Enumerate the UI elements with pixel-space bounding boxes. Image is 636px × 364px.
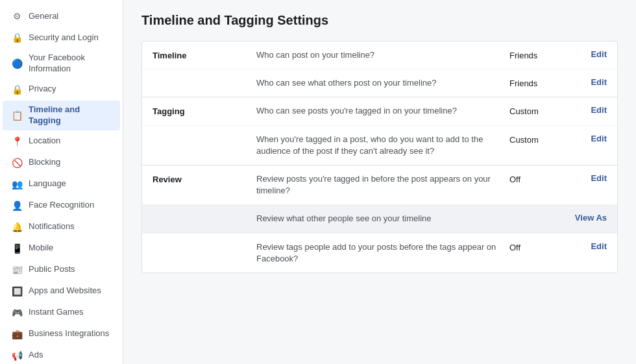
sidebar-item-general[interactable]: ⚙General — [3, 6, 120, 27]
row-action-tagged-posts-see: Edit — [568, 105, 607, 115]
main-content: Timeline and Tagging Settings TimelineWh… — [123, 0, 636, 364]
settings-section-tagging: TaggingWho can see posts you're tagged i… — [142, 97, 617, 165]
sidebar-label-location: Location — [29, 136, 60, 147]
sidebar-item-apps-websites[interactable]: 🔲Apps and Websites — [3, 281, 120, 302]
location-icon: 📍 — [10, 135, 23, 148]
apps-websites-icon: 🔲 — [10, 285, 23, 298]
section-label-tagging — [153, 134, 256, 135]
sidebar-item-business-integrations[interactable]: 💼Business Integrations — [3, 324, 120, 345]
sidebar-label-your-facebook: Your Facebook Information — [29, 53, 112, 75]
row-action-who-can-post: Edit — [568, 49, 607, 59]
timeline-tagging-icon: 📋 — [10, 109, 23, 122]
settings-row-review-what-others-see: Review what other people see on your tim… — [142, 205, 617, 233]
language-icon: 👥 — [10, 178, 23, 191]
sidebar-item-public-posts[interactable]: 📰Public Posts — [3, 260, 120, 280]
sidebar-label-security-login: Security and Login — [29, 32, 99, 43]
general-icon: ⚙ — [10, 10, 23, 23]
sidebar-label-general: General — [29, 11, 58, 22]
face-recognition-icon: 👤 — [10, 199, 23, 212]
your-facebook-icon: 🔵 — [10, 57, 23, 70]
section-label-review: Review — [153, 173, 256, 184]
sidebar-item-blocking[interactable]: 🚫Blocking — [3, 152, 120, 173]
edit-link-tagged-posts-see[interactable]: Edit — [591, 105, 607, 115]
row-value-review-what-others-see — [509, 213, 568, 214]
edit-link-review-tagged-posts[interactable]: Edit — [591, 173, 607, 183]
row-value-who-can-post: Friends — [509, 49, 568, 60]
sidebar-item-face-recognition[interactable]: 👤Face Recognition — [3, 195, 120, 216]
row-action-tagged-audience: Edit — [568, 134, 607, 143]
sidebar-label-ads: Ads — [29, 350, 43, 361]
sidebar-label-instant-games: Instant Games — [29, 307, 84, 318]
sidebar-label-timeline-tagging: Timeline and Tagging — [29, 104, 112, 127]
settings-row-who-can-post: TimelineWho can post on your timeline?Fr… — [142, 42, 617, 69]
settings-row-tagged-audience: When you're tagged in a post, who do you… — [142, 126, 617, 165]
section-label-review — [153, 241, 256, 243]
row-value-tagged-posts-see: Custom — [509, 105, 568, 116]
page-title: Timeline and Tagging Settings — [141, 13, 618, 28]
row-description-review-tagged-posts: Review posts you're tagged in before the… — [256, 173, 509, 197]
settings-row-review-tags: Review tags people add to your posts bef… — [142, 234, 617, 273]
edit-link-review-tags[interactable]: Edit — [591, 241, 607, 251]
security-login-icon: 🔒 — [10, 31, 23, 44]
sidebar-item-language[interactable]: 👥Language — [3, 174, 120, 195]
row-value-who-can-see-others: Friends — [509, 77, 568, 88]
section-label-review — [153, 213, 256, 214]
sidebar-label-privacy: Privacy — [29, 84, 56, 95]
edit-link-who-can-see-others[interactable]: Edit — [591, 77, 607, 87]
mobile-icon: 📱 — [10, 242, 23, 255]
edit-link-who-can-post[interactable]: Edit — [591, 49, 607, 59]
section-label-tagging: Tagging — [153, 105, 256, 116]
public-posts-icon: 📰 — [10, 263, 23, 276]
row-action-review-tags: Edit — [568, 241, 607, 251]
settings-row-review-tagged-posts: ReviewReview posts you're tagged in befo… — [142, 165, 617, 205]
row-description-tagged-audience: When you're tagged in a post, who do you… — [256, 134, 509, 157]
sidebar-label-notifications: Notifications — [29, 221, 75, 232]
instant-games-icon: 🎮 — [10, 306, 23, 319]
sidebar-item-mobile[interactable]: 📱Mobile — [3, 238, 120, 259]
sidebar-item-instant-games[interactable]: 🎮Instant Games — [3, 302, 120, 323]
sidebar-label-face-recognition: Face Recognition — [29, 200, 94, 211]
edit-link-tagged-audience[interactable]: Edit — [591, 134, 607, 143]
sidebar-item-timeline-tagging[interactable]: 📋Timeline and Tagging — [3, 101, 120, 130]
sidebar-label-blocking: Blocking — [29, 157, 60, 168]
sidebar-item-ads[interactable]: 📢Ads — [3, 345, 120, 364]
row-description-review-what-others-see: Review what other people see on your tim… — [256, 213, 509, 224]
section-label-timeline — [153, 77, 256, 79]
sidebar-item-your-facebook[interactable]: 🔵Your Facebook Information — [3, 49, 120, 79]
sidebar-label-business-integrations: Business Integrations — [29, 328, 109, 339]
row-value-tagged-audience: Custom — [509, 134, 568, 145]
section-label-timeline: Timeline — [153, 49, 256, 60]
settings-table: TimelineWho can post on your timeline?Fr… — [141, 41, 618, 273]
blocking-icon: 🚫 — [10, 156, 23, 169]
row-description-tagged-posts-see: Who can see posts you're tagged in on yo… — [256, 105, 509, 117]
view-as-link-review-what-others-see[interactable]: View As — [575, 213, 607, 223]
ads-icon: 📢 — [10, 349, 23, 362]
sidebar: ⚙General🔒Security and Login🔵Your Faceboo… — [0, 0, 123, 364]
row-description-who-can-post: Who can post on your timeline? — [256, 49, 509, 61]
notifications-icon: 🔔 — [10, 221, 23, 234]
row-action-review-what-others-see: View As — [568, 213, 607, 223]
settings-row-tagged-posts-see: TaggingWho can see posts you're tagged i… — [142, 97, 617, 125]
sidebar-item-privacy[interactable]: 🔒Privacy — [3, 79, 120, 100]
sidebar-label-apps-websites: Apps and Websites — [29, 285, 101, 297]
row-value-review-tags: Off — [509, 241, 568, 252]
privacy-icon: 🔒 — [10, 83, 23, 96]
settings-section-review: ReviewReview posts you're tagged in befo… — [142, 165, 617, 273]
sidebar-label-public-posts: Public Posts — [29, 264, 75, 275]
row-value-review-tagged-posts: Off — [509, 173, 568, 184]
sidebar-item-notifications[interactable]: 🔔Notifications — [3, 217, 120, 237]
settings-section-timeline: TimelineWho can post on your timeline?Fr… — [142, 42, 617, 97]
row-action-review-tagged-posts: Edit — [568, 173, 607, 183]
sidebar-label-mobile: Mobile — [29, 243, 53, 254]
settings-row-who-can-see-others: Who can see what others post on your tim… — [142, 69, 617, 97]
sidebar-item-security-login[interactable]: 🔒Security and Login — [3, 27, 120, 48]
sidebar-item-location[interactable]: 📍Location — [3, 131, 120, 152]
row-action-who-can-see-others: Edit — [568, 77, 607, 87]
row-description-review-tags: Review tags people add to your posts bef… — [256, 241, 509, 265]
business-integrations-icon: 💼 — [10, 328, 23, 341]
sidebar-label-language: Language — [29, 178, 66, 189]
row-description-who-can-see-others: Who can see what others post on your tim… — [256, 77, 509, 89]
